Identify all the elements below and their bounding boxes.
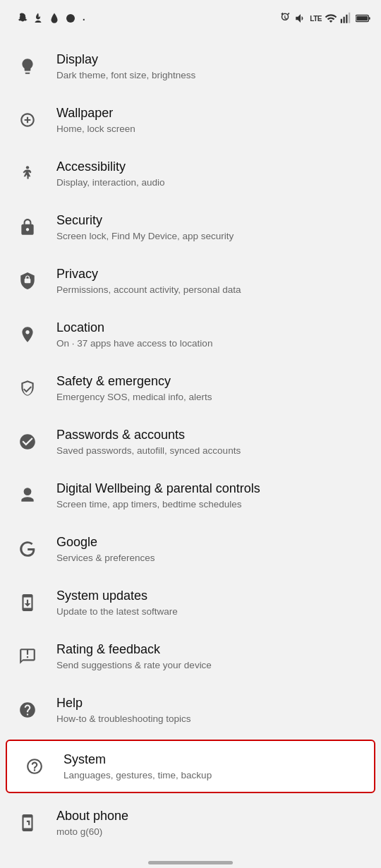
settings-item-help[interactable]: HelpHow-to & troubleshooting topics [0,683,381,737]
settings-item-system-text: SystemLanguages, gestures, time, backup [64,752,212,782]
settings-item-location-text: LocationOn · 37 apps have access to loca… [56,320,212,350]
settings-item-display-text: DisplayDark theme, font size, brightness [56,52,195,82]
svg-rect-3 [346,15,347,23]
system-icon [20,752,49,781]
settings-item-display-subtitle: Dark theme, font size, brightness [56,69,195,82]
flame-icon [32,12,44,25]
settings-item-display[interactable]: DisplayDark theme, font size, brightness [0,40,381,93]
settings-item-location-subtitle: On · 37 apps have access to location [56,337,212,350]
dot-separator: · [82,11,86,27]
svg-rect-7 [356,16,368,20]
settings-item-system-updates[interactable]: System updatesUpdate to the latest softw… [0,576,381,629]
settings-item-security-text: SecurityScreen lock, Find My Device, app… [56,212,234,243]
settings-item-google[interactable]: GoogleServices & preferences [0,522,381,576]
google-icon [13,534,42,564]
circle-icon [64,12,77,25]
settings-item-privacy[interactable]: PrivacyPermissions, account activity, pe… [0,254,381,308]
settings-item-accessibility-subtitle: Display, interaction, audio [56,176,165,189]
settings-item-location-title: Location [56,320,212,336]
svg-rect-1 [341,19,342,23]
settings-item-safety-text: Safety & emergencyEmergency SOS, medical… [56,373,212,404]
safety-icon [13,373,42,403]
settings-item-wallpaper-text: WallpaperHome, lock screen [56,105,135,135]
settings-item-google-text: GoogleServices & preferences [56,534,155,565]
alarm-icon [279,12,291,25]
settings-item-location[interactable]: LocationOn · 37 apps have access to loca… [0,308,381,361]
settings-item-rating-subtitle: Send suggestions & rate your device [56,659,212,672]
settings-item-system-updates-title: System updates [56,588,178,604]
settings-item-system[interactable]: SystemLanguages, gestures, time, backup [6,740,375,793]
settings-item-security-subtitle: Screen lock, Find My Device, app securit… [56,230,234,243]
settings-item-passwords-title: Passwords & accounts [56,427,241,443]
system-updates-icon [13,588,42,617]
accessibility-icon [13,159,42,188]
settings-item-system-updates-subtitle: Update to the latest software [56,605,178,618]
bottom-bar [0,850,381,868]
settings-item-safety[interactable]: Safety & emergencyEmergency SOS, medical… [0,361,381,415]
settings-item-security[interactable]: SecurityScreen lock, Find My Device, app… [0,200,381,254]
battery-icon [356,13,371,23]
settings-item-wellbeing-subtitle: Screen time, app timers, bedtime schedul… [56,498,260,511]
location-icon [13,320,42,349]
security-icon [13,212,42,242]
settings-item-passwords[interactable]: Passwords & accountsSaved passwords, aut… [0,415,381,469]
settings-item-about-subtitle: moto g(60) [56,826,128,838]
settings-item-accessibility-title: Accessibility [56,159,165,175]
settings-list: DisplayDark theme, font size, brightness… [0,37,381,850]
snapchat-icon [16,12,28,25]
status-icons-right: LTE [279,12,371,25]
settings-item-passwords-text: Passwords & accountsSaved passwords, aut… [56,427,241,457]
svg-point-0 [66,14,75,23]
settings-item-system-title: System [64,752,212,768]
svg-point-8 [26,166,29,169]
settings-item-wallpaper[interactable]: WallpaperHome, lock screen [0,93,381,147]
settings-item-system-updates-text: System updatesUpdate to the latest softw… [56,588,178,618]
drops-icon [48,12,61,25]
settings-item-safety-title: Safety & emergency [56,373,212,390]
wellbeing-icon [13,481,42,510]
passwords-icon [13,427,42,457]
svg-rect-4 [349,13,350,23]
settings-item-help-text: HelpHow-to & troubleshooting topics [56,695,191,725]
svg-rect-6 [368,17,370,20]
settings-item-wallpaper-title: Wallpaper [56,105,135,121]
status-left: · [10,11,86,27]
lte-icon: LTE [310,15,322,23]
settings-item-about[interactable]: About phonemoto g(60) [0,796,381,850]
settings-item-privacy-subtitle: Permissions, account activity, personal … [56,284,241,296]
settings-item-wellbeing[interactable]: Digital Wellbeing & parental controlsScr… [0,469,381,522]
settings-item-accessibility-text: AccessibilityDisplay, interaction, audio [56,159,165,189]
signal-icon [340,12,353,25]
settings-item-system-subtitle: Languages, gestures, time, backup [64,769,212,782]
settings-item-help-title: Help [56,695,191,711]
settings-item-display-title: Display [56,52,195,68]
settings-item-wallpaper-subtitle: Home, lock screen [56,123,135,135]
wallpaper-icon [13,105,42,135]
wifi-icon [325,12,337,25]
settings-item-about-text: About phonemoto g(60) [56,808,128,838]
settings-item-safety-subtitle: Emergency SOS, medical info, alerts [56,391,212,404]
settings-item-google-title: Google [56,534,155,550]
settings-item-accessibility[interactable]: AccessibilityDisplay, interaction, audio [0,147,381,200]
about-icon [13,808,42,838]
rating-icon [13,641,42,671]
bottom-indicator [148,861,233,864]
volume-icon [294,12,307,25]
settings-item-privacy-text: PrivacyPermissions, account activity, pe… [56,266,241,296]
settings-item-rating-text: Rating & feedbackSend suggestions & rate… [56,641,212,672]
settings-item-about-title: About phone [56,808,128,824]
status-bar: · LTE [0,0,381,37]
settings-item-google-subtitle: Services & preferences [56,552,155,565]
display-icon [13,52,42,81]
privacy-icon [13,266,42,296]
settings-item-security-title: Security [56,212,234,229]
settings-item-help-subtitle: How-to & troubleshooting topics [56,713,191,725]
settings-item-rating-title: Rating & feedback [56,641,212,658]
status-icons-left: · [16,11,86,27]
svg-rect-2 [344,17,345,23]
help-icon [13,695,42,725]
settings-item-wellbeing-text: Digital Wellbeing & parental controlsScr… [56,481,260,511]
settings-item-rating[interactable]: Rating & feedbackSend suggestions & rate… [0,629,381,683]
settings-item-passwords-subtitle: Saved passwords, autofill, synced accoun… [56,445,241,457]
settings-item-wellbeing-title: Digital Wellbeing & parental controls [56,481,260,497]
